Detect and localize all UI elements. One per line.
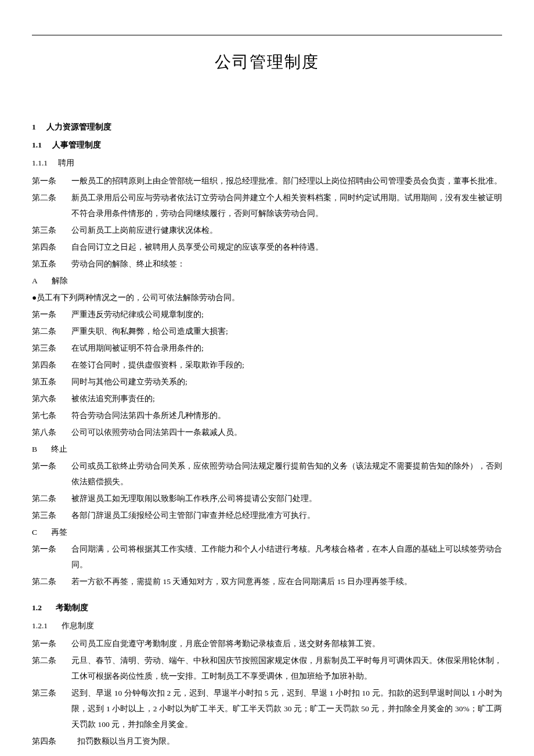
article-label: 第七条	[32, 408, 71, 423]
subsection-c-title: 再签	[51, 528, 67, 537]
section-1-1-1-num: 1.1.1	[32, 159, 48, 167]
article-content: 严重违反劳动纪律或公司规章制度的;	[71, 307, 502, 322]
article-content: 合同期满，公司将根据其工作实绩、工作能力和个人小结进行考核。凡考核合格者，在本人…	[71, 541, 502, 573]
subsection-a-label: A	[32, 276, 38, 285]
section-1-2-1-num: 1.2.1	[32, 621, 48, 630]
section-1-1-1-label: 聘用	[58, 159, 74, 167]
article-content: 迟到、早退 10 分钟每次扣 2 元，迟到、早退半小时扣 5 元，迟到、早退 1…	[71, 685, 502, 732]
article-label: 第六条	[32, 391, 71, 406]
section-1-2-label: 考勤制度	[56, 603, 88, 612]
article-label: 第一条	[32, 458, 71, 489]
article-label: 第五条	[32, 374, 71, 390]
article-label: 第三条	[32, 340, 71, 356]
article-content: 被依法追究刑事责任的;	[71, 391, 502, 406]
article-label: 第四条	[32, 239, 71, 255]
article-label: 第二条	[32, 574, 71, 589]
article-label: 第一条	[32, 541, 71, 573]
section-1-2-1-label: 作息制度	[62, 621, 94, 630]
subsection-c-label: C	[32, 528, 37, 537]
article-content: 公司可以依照劳动合同法第四十一条裁减人员。	[71, 424, 502, 440]
attend-article-4: 第四条 扣罚数额以当月工资为限。	[32, 733, 502, 749]
hire-article-5: 第五条 劳动合同的解除、终止和续签：	[32, 256, 502, 272]
article-label: 第三条	[32, 685, 71, 732]
subsection-b-title: 终止	[51, 445, 67, 453]
hire-article-2: 第二条 新员工录用后公司应与劳动者依法订立劳动合同并建立个人相关资料档案，同时约…	[32, 190, 502, 221]
sec-a-article-7: 第七条 符合劳动合同法第四十条所述几种情形的。	[32, 408, 502, 423]
sec-a-article-3: 第三条 在试用期间被证明不符合录用条件的;	[32, 340, 502, 356]
article-label: 第四条	[32, 357, 71, 373]
article-label: 第四条	[32, 733, 77, 749]
article-label: 第五条	[32, 256, 71, 272]
sec-b-article-3: 第三条 各部门辞退员工须报经公司主管部门审查并经总经理批准方可执行。	[32, 507, 502, 523]
sec-a-article-5: 第五条 同时与其他公司建立劳动关系的;	[32, 374, 502, 390]
article-content: 严重失职、徇私舞弊，给公司造成重大损害;	[71, 323, 502, 339]
section-1-2-1-heading: 1.2.1作息制度	[32, 618, 502, 633]
sec-c-article-1: 第一条 合同期满，公司将根据其工作实绩、工作能力和个人小结进行考核。凡考核合格者…	[32, 541, 502, 573]
sec-c-article-2: 第二条 若一方欲不再签，需提前 15 天通知对方，双方同意再签，应在合同期满后 …	[32, 574, 502, 589]
section-1-heading: 1人力资源管理制度	[32, 119, 502, 135]
sec-a-article-6: 第六条 被依法追究刑事责任的;	[32, 391, 502, 406]
article-content: 各部门辞退员工须报经公司主管部门审查并经总经理批准方可执行。	[71, 507, 502, 523]
top-divider	[32, 35, 502, 35]
sec-b-article-1: 第一条 公司或员工欲终止劳动合同关系，应依照劳动合同法规定履行提前告知的义务（该…	[32, 458, 502, 489]
subsection-a-title: 解除	[52, 276, 68, 285]
subsection-b-label: B	[32, 445, 37, 453]
article-label: 第一条	[32, 307, 71, 322]
attend-article-2: 第二条 元旦、春节、清明、劳动、端午、中秋和国庆节按照国家规定休假，月薪制员工平…	[32, 653, 502, 684]
article-content: 同时与其他公司建立劳动关系的;	[71, 374, 502, 390]
article-content: 新员工录用后公司应与劳动者依法订立劳动合同并建立个人相关资料档案，同时约定试用期…	[71, 190, 502, 221]
section-1-2-num: 1.2	[32, 603, 42, 612]
section-1-2-heading: 1.2考勤制度	[32, 600, 502, 615]
sec-a-article-1: 第一条 严重违反劳动纪律或公司规章制度的;	[32, 307, 502, 322]
article-label: 第三条	[32, 222, 71, 238]
section-1-label: 人力资源管理制度	[46, 123, 111, 131]
article-content: 符合劳动合同法第四十条所述几种情形的。	[71, 408, 502, 423]
hire-article-3: 第三条 公司新员工上岗前应进行健康状况体检。	[32, 222, 502, 238]
article-content: 在签订合同时，提供虚假资料，采取欺诈手段的;	[71, 357, 502, 373]
article-label: 第八条	[32, 424, 71, 440]
article-content: 若一方欲不再签，需提前 15 天通知对方，双方同意再签，应在合同期满后 15 日…	[71, 574, 502, 589]
section-1-1-num: 1.1	[32, 141, 42, 149]
article-label: 第二条	[32, 323, 71, 339]
hire-article-1: 第一条 一般员工的招聘原则上由企管部统一组织，报总经理批准。部门经理以上岗位招聘…	[32, 173, 502, 189]
attend-article-3: 第三条 迟到、早退 10 分钟每次扣 2 元，迟到、早退半小时扣 5 元，迟到、…	[32, 685, 502, 732]
subsection-a: A解除	[32, 273, 502, 289]
section-1-num: 1	[32, 123, 36, 131]
article-content: 自合同订立之日起，被聘用人员享受公司规定的应该享受的各种待遇。	[71, 239, 502, 255]
article-content: 公司新员工上岗前应进行健康状况体检。	[71, 222, 502, 238]
sec-a-article-2: 第二条 严重失职、徇私舞弊，给公司造成重大损害;	[32, 323, 502, 339]
article-content: 被辞退员工如无理取闹以致影响工作秩序,公司将提请公安部门处理。	[71, 491, 502, 506]
article-content: 在试用期间被证明不符合录用条件的;	[71, 340, 502, 356]
sec-b-article-2: 第二条 被辞退员工如无理取闹以致影响工作秩序,公司将提请公安部门处理。	[32, 491, 502, 506]
section-1-1-heading: 1.1人事管理制度	[32, 137, 502, 153]
section-1-1-label: 人事管理制度	[52, 141, 101, 149]
article-label: 第一条	[32, 636, 71, 651]
article-content: 元旦、春节、清明、劳动、端午、中秋和国庆节按照国家规定休假，月薪制员工平时每月可…	[71, 653, 502, 684]
hire-article-4: 第四条 自合同订立之日起，被聘用人员享受公司规定的应该享受的各种待遇。	[32, 239, 502, 255]
article-content: 扣罚数额以当月工资为限。	[77, 733, 502, 749]
article-label: 第二条	[32, 653, 71, 684]
article-content: 劳动合同的解除、终止和续签：	[71, 256, 502, 272]
section-1-1-1-heading: 1.1.1聘用	[32, 155, 502, 171]
article-label: 第二条	[32, 190, 71, 221]
attend-article-1: 第一条 公司员工应自觉遵守考勤制度，月底企管部将考勤记录核查后，送交财务部核算工…	[32, 636, 502, 651]
article-label: 第二条	[32, 491, 71, 506]
bullet-line: ●员工有下列两种情况之一的，公司可依法解除劳动合同。	[32, 290, 502, 305]
sec-a-article-4: 第四条 在签订合同时，提供虚假资料，采取欺诈手段的;	[32, 357, 502, 373]
subsection-c: C再签	[32, 524, 502, 540]
article-label: 第三条	[32, 507, 71, 523]
subsection-b: B终止	[32, 441, 502, 457]
article-content: 一般员工的招聘原则上由企管部统一组织，报总经理批准。部门经理以上岗位招聘由公司管…	[71, 173, 502, 189]
article-content: 公司员工应自觉遵守考勤制度，月底企管部将考勤记录核查后，送交财务部核算工资。	[71, 636, 502, 651]
article-content: 公司或员工欲终止劳动合同关系，应依照劳动合同法规定履行提前告知的义务（该法规定不…	[71, 458, 502, 489]
sec-a-article-8: 第八条 公司可以依照劳动合同法第四十一条裁减人员。	[32, 424, 502, 440]
page-title: 公司管理制度	[32, 46, 502, 78]
article-label: 第一条	[32, 173, 71, 189]
